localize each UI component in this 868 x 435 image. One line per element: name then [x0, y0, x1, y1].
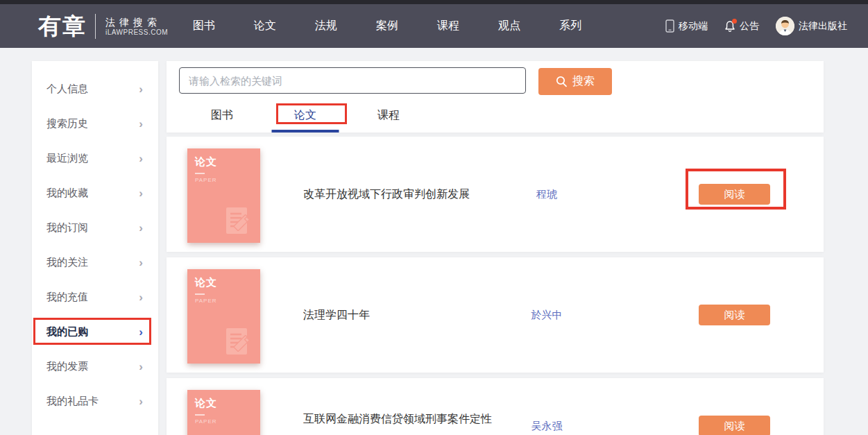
- navbar-right: 移动端 公告 法律出版社: [665, 17, 847, 35]
- cover-dash: [195, 414, 205, 416]
- nav-item[interactable]: 案例: [376, 19, 398, 33]
- paper-title[interactable]: 互联网金融消费信贷领域刑事案件定性: [303, 412, 492, 427]
- search-panel: 搜索 图书 论文 课程: [167, 61, 824, 133]
- tab[interactable]: 论文: [294, 101, 316, 133]
- read-button[interactable]: 阅读: [699, 416, 770, 435]
- search-input[interactable]: [179, 67, 526, 94]
- sidebar-item-label: 我的充值: [46, 291, 88, 304]
- nav-item[interactable]: 论文: [254, 19, 276, 33]
- logo-subtitle-block: 法律搜索 iLAWPRESS.COM: [105, 17, 168, 36]
- chevron-right-icon: ›: [139, 291, 143, 303]
- chevron-right-icon: ›: [139, 118, 143, 130]
- mobile-app-label: 移动端: [679, 20, 708, 33]
- read-button[interactable]: 阅读: [699, 184, 770, 205]
- nav-item[interactable]: 图书: [193, 19, 215, 33]
- sidebar-item[interactable]: 我的发票 ›: [32, 349, 158, 384]
- tab-label: 论文: [294, 108, 316, 123]
- chevron-right-icon: ›: [139, 361, 143, 373]
- sidebar-item[interactable]: 我的订阅 ›: [32, 210, 158, 245]
- nav-item[interactable]: 系列: [559, 19, 581, 33]
- site-logo[interactable]: 有章 法律搜索 iLAWPRESS.COM: [38, 14, 168, 39]
- logo-wordmark: 有章: [38, 15, 87, 37]
- paper-author-link[interactable]: 程琥: [491, 188, 602, 201]
- logo-divider: [95, 14, 96, 39]
- bell-icon: [724, 20, 735, 33]
- document-pencil-icon: [222, 203, 255, 237]
- sidebar-item-label: 搜索历史: [46, 117, 88, 130]
- sidebar-item[interactable]: 我的关注 ›: [32, 245, 158, 280]
- paper-row: 论文 PAPER 互联网金融消费信贷领域刑事案件定性 吴永强 阅读: [167, 378, 824, 435]
- sidebar-item[interactable]: 搜索历史 ›: [32, 106, 158, 141]
- sidebar-item[interactable]: 我的收藏 ›: [32, 176, 158, 210]
- tab[interactable]: 图书: [211, 101, 233, 133]
- logo-subtitle: 法律搜索: [105, 17, 168, 28]
- sidebar-item[interactable]: 我的礼品卡 ›: [32, 384, 158, 418]
- main-nav: 图书论文法规案例课程观点系列: [173, 19, 601, 33]
- sidebar-item[interactable]: 最近浏览 ›: [32, 141, 158, 176]
- paper-row: 论文 PAPER 法理学四十年 於兴中 阅读: [167, 257, 824, 373]
- sidebar-item[interactable]: 个人信息 ›: [32, 71, 158, 106]
- sidebar-item-label: 我的礼品卡: [46, 395, 99, 408]
- chevron-right-icon: ›: [139, 257, 143, 268]
- tab-label: 图书: [211, 108, 233, 123]
- tab-label: 课程: [377, 108, 400, 123]
- chevron-right-icon: ›: [139, 326, 143, 338]
- sidebar-item-label: 个人信息: [46, 83, 88, 96]
- account-sidebar: 个人信息 › 搜索历史 › 最近浏览 › 我的收藏 › 我的订阅 › 我的关注 …: [32, 61, 158, 435]
- search-button[interactable]: 搜索: [538, 68, 612, 95]
- read-button[interactable]: 阅读: [699, 305, 770, 325]
- notice-label: 公告: [740, 20, 759, 33]
- cover-type-label: 论文: [195, 276, 260, 289]
- avatar: [776, 17, 794, 35]
- chevron-right-icon: ›: [139, 395, 143, 407]
- document-pencil-icon: [222, 324, 255, 357]
- paper-title[interactable]: 改革开放视域下行政审判创新发展: [303, 187, 470, 202]
- paper-cover[interactable]: 论文 PAPER: [187, 148, 260, 243]
- paper-cover[interactable]: 论文 PAPER: [187, 390, 260, 435]
- paper-author-link[interactable]: 於兴中: [491, 309, 602, 322]
- nav-item[interactable]: 观点: [498, 19, 520, 33]
- chevron-right-icon: ›: [139, 83, 143, 95]
- cover-type-label: 论文: [195, 397, 260, 410]
- cover-dash: [195, 173, 205, 174]
- cover-type-label: 论文: [195, 155, 260, 169]
- sidebar-item-label: 最近浏览: [46, 152, 88, 165]
- sidebar-item-label: 我的订阅: [46, 221, 88, 234]
- paper-author-link[interactable]: 吴永强: [491, 420, 602, 433]
- sidebar-item-label: 我的发票: [46, 360, 88, 373]
- sidebar-item[interactable]: 我的已购 ›: [32, 314, 158, 349]
- cover-type-sublabel: PAPER: [195, 298, 260, 304]
- nav-item[interactable]: 法规: [315, 19, 337, 33]
- user-account[interactable]: 法律出版社: [776, 17, 847, 35]
- phone-icon: [665, 19, 674, 33]
- paper-cover[interactable]: 论文 PAPER: [187, 269, 260, 364]
- paper-row: 论文 PAPER 改革开放视域下行政审判创新发展 程琥 阅读: [167, 137, 824, 252]
- chevron-right-icon: ›: [139, 222, 143, 234]
- cover-type-sublabel: PAPER: [195, 177, 260, 183]
- sidebar-item-label: 我的收藏: [46, 187, 88, 200]
- mobile-app-link[interactable]: 移动端: [665, 19, 708, 33]
- sidebar-item-label: 我的关注: [46, 256, 88, 269]
- sidebar-item[interactable]: 我的充值 ›: [32, 280, 158, 314]
- username: 法律出版社: [799, 20, 847, 33]
- search-icon: [556, 76, 568, 87]
- chevron-right-icon: ›: [139, 187, 143, 199]
- sidebar-item-label: 我的已购: [46, 325, 88, 339]
- paper-title[interactable]: 法理学四十年: [303, 308, 370, 323]
- notice-link[interactable]: 公告: [724, 20, 759, 33]
- top-navbar: 有章 法律搜索 iLAWPRESS.COM 图书论文法规案例课程观点系列 移动端…: [0, 4, 868, 48]
- notification-dot: [732, 19, 737, 24]
- cover-type-sublabel: PAPER: [195, 418, 260, 425]
- search-button-label: 搜索: [572, 74, 595, 89]
- cover-dash: [195, 293, 205, 295]
- result-tabs: 图书 论文 课程: [211, 101, 400, 133]
- logo-domain: iLAWPRESS.COM: [105, 28, 168, 36]
- nav-item[interactable]: 课程: [437, 19, 459, 33]
- tab[interactable]: 课程: [377, 101, 400, 133]
- chevron-right-icon: ›: [139, 153, 143, 164]
